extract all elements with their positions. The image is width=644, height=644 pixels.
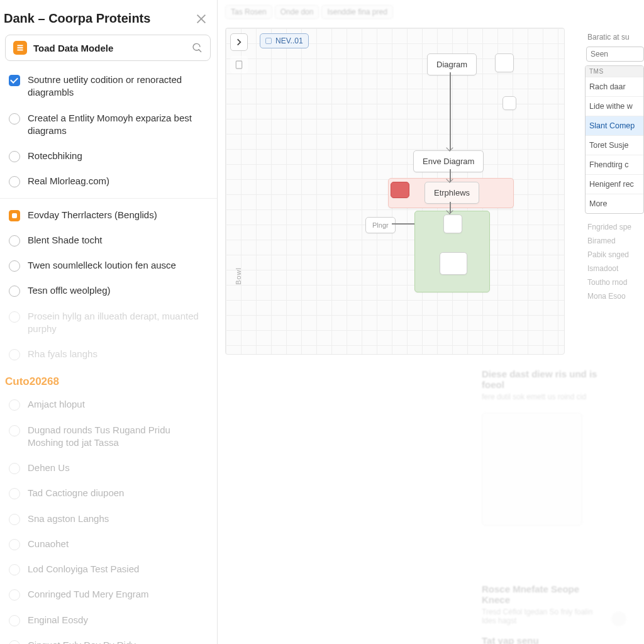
meta-text: Fngrided spe [587, 223, 644, 231]
radio-icon[interactable] [9, 151, 20, 162]
radio-icon[interactable] [9, 260, 20, 272]
tab-bar: Tas Rosen Onde don Isenddie fina pred [225, 4, 636, 20]
list-item[interactable]: Dugnad rounds Tus Rugand Pridu Moshing t… [0, 418, 217, 456]
options-list: TMS Rach daarLide withe wSlant ComepTore… [585, 65, 644, 214]
radio-icon [9, 640, 20, 644]
diagram-node[interactable]: Plngr [365, 217, 396, 233]
option-row[interactable]: Slant Comep [586, 116, 643, 135]
close-icon[interactable] [196, 13, 207, 25]
right-panel: Baratic at su Seen TMS Rach daarLide wit… [585, 31, 644, 301]
radio-icon [9, 589, 20, 601]
list-item[interactable]: Prosein hyllg an illueath derapt, muante… [0, 304, 217, 342]
list-item[interactable]: Tad Cactiogne diupoen [0, 480, 217, 506]
panel-title: Dank – Coorpa Proteints [4, 11, 150, 26]
radio-icon[interactable] [9, 113, 20, 125]
search-input[interactable]: Toad Data Modele [5, 35, 211, 61]
radio-icon [9, 425, 20, 436]
search-icon[interactable] [192, 43, 203, 53]
radio-icon [9, 564, 20, 575]
radio-icon [9, 615, 20, 626]
list-item[interactable]: Rha fyals langhs [0, 341, 217, 367]
clipboard-tool-icon[interactable] [230, 56, 248, 74]
meta-text: Biramed [587, 236, 644, 245]
radio-icon[interactable] [9, 176, 20, 187]
list-item[interactable]: Conringed Tud Mery Engram [0, 582, 217, 607]
option-row[interactable]: Fhendtirg c [586, 155, 643, 174]
list-item[interactable]: Cunaohet [0, 531, 217, 557]
app-icon [13, 41, 27, 55]
list-item[interactable]: Soutnre uetlity codition or renoracted d… [0, 67, 217, 106]
section-header: Cuto20268 [0, 367, 217, 392]
list-item[interactable]: Rotecbhiking [0, 143, 217, 169]
diagram-node[interactable]: Enve Diagram [413, 150, 484, 172]
diagram-node-aux[interactable] [440, 252, 467, 275]
option-row[interactable]: Rach daar [586, 77, 643, 96]
file-chip[interactable]: NEV..01 [260, 33, 309, 48]
list-item[interactable]: Enginal Eosdy [0, 608, 217, 633]
radio-icon[interactable] [9, 235, 20, 247]
radio-icon [9, 399, 20, 411]
option-row[interactable]: Lide withe w [586, 96, 643, 116]
below-fold-preview: Diese dast diew ris und is foeol fere du… [444, 362, 644, 644]
option-row[interactable]: Henigenf rec [586, 174, 643, 194]
group-icon [9, 210, 20, 221]
meta-text: Pabik snged [587, 250, 644, 259]
list-item[interactable]: Sna agston Langhs [0, 506, 217, 531]
radio-icon [9, 463, 20, 474]
radio-icon [9, 349, 20, 360]
sidebar: Dank – Coorpa Proteints Toad Data Modele… [0, 0, 218, 644]
diagram-node-aux[interactable] [443, 214, 462, 233]
diagram-node[interactable]: Diagram [427, 53, 477, 75]
axis-label: Bowl [235, 267, 242, 285]
radio-icon [9, 311, 20, 323]
radio-icon[interactable] [9, 286, 20, 297]
search-label: Toad Data Modele [33, 43, 186, 53]
list-item[interactable]: Twen soumlelleck loution fen ausce [0, 253, 217, 278]
list-item[interactable]: Lod Conloyiga Test Pasied [0, 557, 217, 582]
list-item[interactable]: Cinguet Euly Dov Py Ridy [0, 633, 217, 644]
radio-icon [9, 514, 20, 525]
option-row[interactable]: More [586, 194, 643, 213]
radio-icon [9, 539, 20, 550]
meta-text: Ismadoot [587, 264, 644, 273]
list-group-header[interactable]: Eovday Therrlacters (Benglids) [0, 203, 217, 228]
filter-input[interactable]: Seen [586, 47, 644, 62]
meta-text: Mona Esoo [587, 292, 644, 301]
option-row[interactable]: Toret Susje [586, 135, 643, 155]
diagram-node[interactable]: Etrphlews [425, 182, 479, 204]
panel-heading: Baratic at su [585, 31, 644, 47]
diagram-canvas[interactable]: NEV..01 Diagram Enve Diagram Etrphlews P… [225, 28, 565, 355]
svg-rect-0 [236, 61, 242, 69]
expand-tool-icon[interactable] [230, 33, 248, 51]
meta-text: Toutho rnod [587, 278, 644, 287]
tab[interactable]: Isenddie fina pred [321, 5, 392, 19]
task-list: Soutnre uetlity codition or renoracted d… [0, 67, 217, 644]
checkbox-icon[interactable] [9, 75, 20, 86]
diagram-node-aux[interactable] [495, 53, 514, 72]
radio-icon [9, 488, 20, 499]
list-item[interactable]: Real Mlorleag.com) [0, 169, 217, 194]
list-item[interactable]: Amjact hloput [0, 392, 217, 417]
tab[interactable]: Onde don [275, 5, 319, 19]
list-item[interactable]: Tesn offlc weolpleg) [0, 278, 217, 303]
list-item[interactable]: Blent Shade tocht [0, 228, 217, 253]
diagram-node-aux[interactable] [502, 96, 516, 110]
tab[interactable]: Tas Rosen [225, 5, 272, 19]
list-item[interactable]: Createl a Entlity Momoyh expariza best d… [0, 106, 217, 144]
main-area: Tas Rosen Onde don Isenddie fina pred NE… [218, 0, 644, 644]
list-item[interactable]: Dehen Us [0, 455, 217, 480]
diagram-node-aux[interactable] [391, 182, 409, 198]
